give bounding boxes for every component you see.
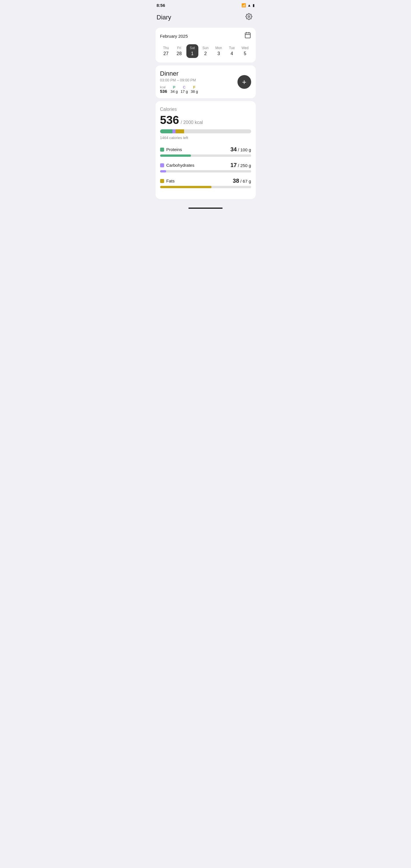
battery-icon: ▮ bbox=[253, 3, 255, 7]
protein-macro-item: P 34 g bbox=[171, 85, 178, 94]
days-row: Thu 27 Fri 28 Sat 1 Sun 2 Mon 3 Tue 4 We… bbox=[160, 44, 251, 58]
carb-macro-item: C 17 g bbox=[181, 85, 188, 94]
svg-point-0 bbox=[248, 16, 250, 18]
day-item-mon3[interactable]: Mon 3 bbox=[213, 44, 225, 58]
carbs-row: Carbohydrates 17 / 250 g bbox=[160, 162, 251, 173]
settings-button[interactable] bbox=[243, 12, 255, 23]
indicator-bar bbox=[188, 208, 223, 209]
day-item-thu27[interactable]: Thu 27 bbox=[160, 44, 172, 58]
calories-value: 536 bbox=[160, 114, 179, 126]
fat-grams: 38 g bbox=[191, 89, 198, 94]
day-name: Mon bbox=[215, 46, 222, 50]
fat-dot bbox=[160, 179, 164, 183]
fats-bar-bg bbox=[160, 186, 251, 188]
nutrition-section: Calories 536 / 2000 kcal 1464 calories l… bbox=[156, 101, 256, 199]
day-item-sun2[interactable]: Sun 2 bbox=[199, 44, 212, 58]
wifi-icon: 📶 bbox=[242, 3, 246, 7]
nutrition-title: Calories bbox=[160, 107, 251, 112]
fats-label: Fats bbox=[166, 179, 175, 183]
day-num: 4 bbox=[231, 51, 233, 56]
proteins-name-section: Proteins bbox=[160, 147, 182, 152]
kcal-section: kcal 536 bbox=[160, 85, 167, 94]
day-item-tue4[interactable]: Tue 4 bbox=[226, 44, 238, 58]
carbs-value: 17 / 250 g bbox=[230, 162, 251, 168]
carbs-label: Carbohydrates bbox=[166, 163, 194, 167]
kcal-label: kcal bbox=[160, 85, 167, 89]
day-name: Tue bbox=[229, 46, 234, 50]
meal-card: Dinner 03:00 PM – 09:00 PM kcal 536 P 34… bbox=[156, 65, 256, 98]
protein-grams: 34 g bbox=[171, 89, 178, 94]
app-title: Diary bbox=[157, 14, 171, 21]
protein-letter: P bbox=[173, 85, 176, 89]
status-bar: 8:56 📶 ▲ ▮ bbox=[152, 0, 259, 9]
day-name: Fri bbox=[177, 46, 181, 50]
carbs-header: Carbohydrates 17 / 250 g bbox=[160, 162, 251, 168]
calories-row: 536 / 2000 kcal bbox=[160, 114, 251, 126]
meal-macros: kcal 536 P 34 g C 17 g F 38 g bbox=[160, 85, 238, 94]
app-bar: Diary bbox=[152, 9, 259, 27]
day-name: Thu bbox=[163, 46, 169, 50]
calories-left: 1464 calories left bbox=[160, 135, 251, 140]
settings-icon bbox=[246, 13, 252, 22]
calendar-section: February 2025 Thu 27 Fri 28 Sat 1 Sun 2 … bbox=[156, 28, 256, 63]
day-num: 3 bbox=[218, 51, 220, 56]
day-name: Sat bbox=[190, 46, 195, 50]
proteins-value: 34 / 100 g bbox=[230, 146, 251, 153]
calories-progress-bar bbox=[160, 129, 251, 133]
carb-grams: 17 g bbox=[181, 89, 188, 94]
fats-bar-fill bbox=[160, 186, 212, 188]
signal-icon: ▲ bbox=[248, 3, 251, 7]
carb-letter: C bbox=[183, 85, 186, 89]
carbs-bar-fill bbox=[160, 170, 166, 173]
carbs-name-section: Carbohydrates bbox=[160, 163, 194, 167]
day-num: 27 bbox=[163, 51, 169, 56]
proteins-label: Proteins bbox=[166, 147, 182, 152]
fats-row: Fats 38 / 67 g bbox=[160, 178, 251, 188]
meal-time: 03:00 PM – 09:00 PM bbox=[160, 78, 238, 82]
add-food-button[interactable]: + bbox=[238, 75, 251, 89]
calories-total: / 2000 kcal bbox=[181, 120, 203, 125]
day-num: 1 bbox=[191, 51, 193, 56]
day-item-wed5[interactable]: Wed 5 bbox=[239, 44, 251, 58]
fats-name-section: Fats bbox=[160, 179, 175, 183]
carb-dot bbox=[160, 163, 164, 167]
meal-info: Dinner 03:00 PM – 09:00 PM kcal 536 P 34… bbox=[160, 70, 238, 94]
fat-letter: F bbox=[193, 85, 195, 89]
day-name: Wed bbox=[242, 46, 248, 50]
meal-title: Dinner bbox=[160, 70, 238, 78]
plus-icon: + bbox=[242, 78, 246, 86]
proteins-header: Proteins 34 / 100 g bbox=[160, 146, 251, 153]
protein-cal-segment bbox=[160, 129, 172, 133]
carb-cal-segment bbox=[172, 129, 176, 133]
month-label: February 2025 bbox=[160, 34, 188, 38]
day-num: 2 bbox=[204, 51, 207, 56]
carbs-bar-bg bbox=[160, 170, 251, 173]
day-num: 5 bbox=[244, 51, 246, 56]
bottom-indicator bbox=[152, 202, 259, 212]
kcal-value: 536 bbox=[160, 89, 167, 94]
day-item-fri28[interactable]: Fri 28 bbox=[173, 44, 185, 58]
svg-rect-1 bbox=[245, 33, 250, 38]
day-num: 28 bbox=[177, 51, 182, 56]
proteins-bar-fill bbox=[160, 154, 191, 157]
status-icons: 📶 ▲ ▮ bbox=[242, 3, 255, 7]
status-time: 8:56 bbox=[157, 3, 165, 8]
protein-dot bbox=[160, 148, 164, 152]
day-item-sat1[interactable]: Sat 1 bbox=[186, 44, 198, 58]
calendar-icon[interactable] bbox=[244, 32, 251, 40]
fats-header: Fats 38 / 67 g bbox=[160, 178, 251, 184]
proteins-bar-bg bbox=[160, 154, 251, 157]
calendar-header: February 2025 bbox=[160, 32, 251, 40]
fat-cal-segment bbox=[176, 129, 184, 133]
day-name: Sun bbox=[202, 46, 208, 50]
proteins-row: Proteins 34 / 100 g bbox=[160, 146, 251, 157]
fats-value: 38 / 67 g bbox=[233, 178, 251, 184]
fat-macro-item: F 38 g bbox=[191, 85, 198, 94]
